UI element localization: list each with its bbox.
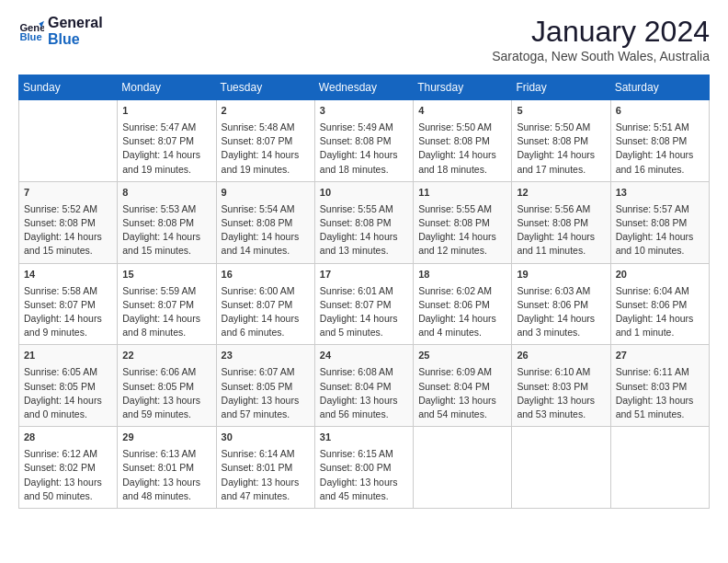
calendar-cell: 15Sunrise: 5:59 AM Sunset: 8:07 PM Dayli…: [118, 263, 216, 345]
day-content: Sunrise: 5:54 AM Sunset: 8:08 PM Dayligh…: [222, 202, 310, 259]
day-content: Sunrise: 6:07 AM Sunset: 8:05 PM Dayligh…: [222, 365, 310, 421]
calendar-cell: 17Sunrise: 6:01 AM Sunset: 8:07 PM Dayli…: [314, 263, 413, 345]
location: Saratoga, New South Wales, Australia: [492, 49, 710, 63]
day-number: 14: [24, 268, 112, 282]
day-content: Sunrise: 5:55 AM Sunset: 8:08 PM Dayligh…: [320, 202, 408, 259]
day-number: 16: [222, 268, 310, 282]
day-number: 29: [122, 431, 210, 445]
calendar-cell: 14Sunrise: 5:58 AM Sunset: 8:07 PM Dayli…: [19, 263, 118, 345]
week-row-2: 7Sunrise: 5:52 AM Sunset: 8:08 PM Daylig…: [19, 181, 710, 263]
day-number: 23: [222, 349, 310, 363]
day-content: Sunrise: 5:48 AM Sunset: 8:07 PM Dayligh…: [222, 121, 310, 177]
day-number: 20: [616, 268, 704, 282]
logo-icon: General Blue: [18, 18, 44, 44]
calendar-cell: 21Sunrise: 6:05 AM Sunset: 8:05 PM Dayli…: [19, 345, 118, 427]
calendar-cell: 6Sunrise: 5:51 AM Sunset: 8:08 PM Daylig…: [610, 100, 709, 182]
day-number: 21: [24, 349, 112, 363]
week-row-5: 28Sunrise: 6:12 AM Sunset: 8:02 PM Dayli…: [19, 427, 710, 509]
day-content: Sunrise: 6:03 AM Sunset: 8:06 PM Dayligh…: [517, 284, 605, 340]
week-row-1: 1Sunrise: 5:47 AM Sunset: 8:07 PM Daylig…: [19, 100, 710, 182]
calendar-cell: 7Sunrise: 5:52 AM Sunset: 8:08 PM Daylig…: [19, 181, 118, 263]
day-content: Sunrise: 6:00 AM Sunset: 8:07 PM Dayligh…: [222, 284, 310, 340]
calendar-cell: 2Sunrise: 5:48 AM Sunset: 8:07 PM Daylig…: [216, 100, 314, 182]
day-number: 19: [517, 268, 605, 282]
day-content: Sunrise: 5:47 AM Sunset: 8:07 PM Dayligh…: [122, 121, 210, 177]
calendar-cell: [512, 427, 610, 509]
day-number: 1: [122, 104, 210, 119]
calendar-cell: 12Sunrise: 5:56 AM Sunset: 8:08 PM Dayli…: [512, 181, 610, 263]
day-content: Sunrise: 6:15 AM Sunset: 8:00 PM Dayligh…: [320, 447, 408, 503]
day-content: Sunrise: 6:11 AM Sunset: 8:03 PM Dayligh…: [616, 365, 704, 421]
day-number: 13: [616, 186, 704, 201]
day-number: 31: [320, 431, 408, 445]
day-number: 6: [616, 104, 704, 119]
calendar-table: SundayMondayTuesdayWednesdayThursdayFrid…: [18, 75, 710, 509]
calendar-cell: 30Sunrise: 6:14 AM Sunset: 8:01 PM Dayli…: [216, 427, 314, 509]
day-number: 27: [616, 349, 704, 363]
day-content: Sunrise: 5:57 AM Sunset: 8:08 PM Dayligh…: [616, 202, 704, 259]
calendar-cell: 24Sunrise: 6:08 AM Sunset: 8:04 PM Dayli…: [314, 345, 413, 427]
day-content: Sunrise: 5:59 AM Sunset: 8:07 PM Dayligh…: [122, 284, 210, 340]
day-number: 28: [24, 431, 112, 445]
calendar-cell: 26Sunrise: 6:10 AM Sunset: 8:03 PM Dayli…: [512, 345, 610, 427]
day-number: 18: [418, 268, 506, 282]
day-header-saturday: Saturday: [610, 75, 709, 100]
day-number: 8: [122, 186, 210, 201]
day-content: Sunrise: 6:02 AM Sunset: 8:06 PM Dayligh…: [418, 284, 506, 340]
day-number: 26: [517, 349, 605, 363]
day-content: Sunrise: 6:06 AM Sunset: 8:05 PM Dayligh…: [122, 365, 210, 421]
day-number: 22: [122, 349, 210, 363]
calendar-cell: 20Sunrise: 6:04 AM Sunset: 8:06 PM Dayli…: [610, 263, 709, 345]
calendar-cell: [610, 427, 709, 509]
svg-text:Blue: Blue: [19, 30, 41, 41]
calendar-cell: 16Sunrise: 6:00 AM Sunset: 8:07 PM Dayli…: [216, 263, 314, 345]
calendar-cell: 31Sunrise: 6:15 AM Sunset: 8:00 PM Dayli…: [314, 427, 413, 509]
calendar-cell: [414, 427, 512, 509]
logo: General Blue General Blue: [18, 15, 103, 47]
day-content: Sunrise: 5:51 AM Sunset: 8:08 PM Dayligh…: [616, 121, 704, 177]
calendar-cell: 27Sunrise: 6:11 AM Sunset: 8:03 PM Dayli…: [610, 345, 709, 427]
day-content: Sunrise: 6:14 AM Sunset: 8:01 PM Dayligh…: [222, 447, 310, 503]
day-content: Sunrise: 5:49 AM Sunset: 8:08 PM Dayligh…: [320, 121, 408, 177]
day-content: Sunrise: 6:01 AM Sunset: 8:07 PM Dayligh…: [320, 284, 408, 340]
day-number: 7: [24, 186, 112, 201]
calendar-cell: 28Sunrise: 6:12 AM Sunset: 8:02 PM Dayli…: [19, 427, 118, 509]
calendar-header-row: SundayMondayTuesdayWednesdayThursdayFrid…: [19, 75, 710, 100]
calendar-cell: 10Sunrise: 5:55 AM Sunset: 8:08 PM Dayli…: [314, 181, 413, 263]
month-title: January 2024: [492, 15, 710, 49]
day-header-sunday: Sunday: [19, 75, 118, 100]
day-number: 25: [418, 349, 506, 363]
logo-general: General: [48, 15, 103, 31]
calendar-cell: 18Sunrise: 6:02 AM Sunset: 8:06 PM Dayli…: [414, 263, 512, 345]
calendar-cell: 23Sunrise: 6:07 AM Sunset: 8:05 PM Dayli…: [216, 345, 314, 427]
day-number: 2: [222, 104, 310, 119]
day-content: Sunrise: 6:09 AM Sunset: 8:04 PM Dayligh…: [418, 365, 506, 421]
day-content: Sunrise: 6:10 AM Sunset: 8:03 PM Dayligh…: [517, 365, 605, 421]
day-content: Sunrise: 6:05 AM Sunset: 8:05 PM Dayligh…: [24, 365, 112, 421]
day-header-wednesday: Wednesday: [314, 75, 413, 100]
day-number: 4: [418, 104, 506, 119]
calendar-cell: 4Sunrise: 5:50 AM Sunset: 8:08 PM Daylig…: [414, 100, 512, 182]
day-number: 3: [320, 104, 408, 119]
calendar-cell: 9Sunrise: 5:54 AM Sunset: 8:08 PM Daylig…: [216, 181, 314, 263]
day-content: Sunrise: 5:58 AM Sunset: 8:07 PM Dayligh…: [24, 284, 112, 340]
day-content: Sunrise: 6:12 AM Sunset: 8:02 PM Dayligh…: [24, 447, 112, 503]
day-content: Sunrise: 6:13 AM Sunset: 8:01 PM Dayligh…: [122, 447, 210, 503]
day-content: Sunrise: 5:50 AM Sunset: 8:08 PM Dayligh…: [517, 121, 605, 177]
calendar-cell: 5Sunrise: 5:50 AM Sunset: 8:08 PM Daylig…: [512, 100, 610, 182]
day-number: 11: [418, 186, 506, 201]
day-number: 12: [517, 186, 605, 201]
header: General Blue General Blue January 2024 S…: [18, 15, 710, 63]
calendar-cell: [19, 100, 118, 182]
title-section: January 2024 Saratoga, New South Wales, …: [492, 15, 710, 63]
day-content: Sunrise: 6:08 AM Sunset: 8:04 PM Dayligh…: [320, 365, 408, 421]
calendar-cell: 19Sunrise: 6:03 AM Sunset: 8:06 PM Dayli…: [512, 263, 610, 345]
calendar-cell: 22Sunrise: 6:06 AM Sunset: 8:05 PM Dayli…: [118, 345, 216, 427]
calendar-cell: 11Sunrise: 5:55 AM Sunset: 8:08 PM Dayli…: [414, 181, 512, 263]
calendar-cell: 13Sunrise: 5:57 AM Sunset: 8:08 PM Dayli…: [610, 181, 709, 263]
day-content: Sunrise: 5:53 AM Sunset: 8:08 PM Dayligh…: [122, 202, 210, 259]
day-content: Sunrise: 6:04 AM Sunset: 8:06 PM Dayligh…: [616, 284, 704, 340]
day-header-thursday: Thursday: [414, 75, 512, 100]
day-content: Sunrise: 5:50 AM Sunset: 8:08 PM Dayligh…: [418, 121, 506, 177]
calendar-cell: 25Sunrise: 6:09 AM Sunset: 8:04 PM Dayli…: [414, 345, 512, 427]
